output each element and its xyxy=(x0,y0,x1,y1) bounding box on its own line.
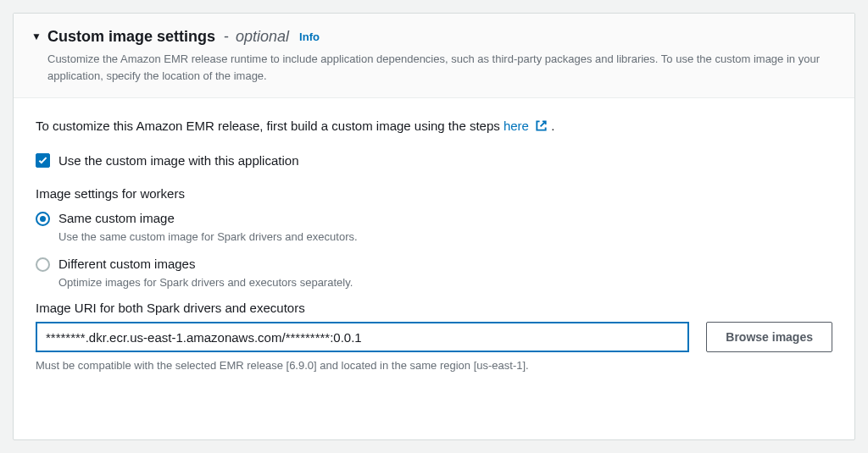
radio-different[interactable] xyxy=(36,257,50,272)
docs-link[interactable]: here xyxy=(504,119,551,133)
panel-body: To customize this Amazon EMR release, fi… xyxy=(14,98,854,439)
use-custom-image-label[interactable]: Use the custom image with this applicati… xyxy=(58,153,298,168)
instruction-suffix: . xyxy=(551,119,554,133)
panel-header: ▼ Custom image settings - optional Info … xyxy=(14,14,854,98)
workers-section-label: Image settings for workers xyxy=(36,186,832,201)
panel-title-dash: - xyxy=(224,28,229,46)
radio-different-desc: Optimize images for Spark drivers and ex… xyxy=(58,276,353,289)
build-image-instruction: To customize this Amazon EMR release, fi… xyxy=(36,117,832,135)
radio-different-option: Different custom images Optimize images … xyxy=(36,255,832,289)
instruction-prefix: To customize this Amazon EMR release, fi… xyxy=(36,119,504,133)
panel-title: Custom image settings xyxy=(47,28,215,46)
radio-same-option: Same custom image Use the same custom im… xyxy=(36,209,832,243)
radio-different-label[interactable]: Different custom images xyxy=(58,255,353,273)
radio-same-desc: Use the same custom image for Spark driv… xyxy=(58,230,358,243)
custom-image-settings-panel: ▼ Custom image settings - optional Info … xyxy=(13,13,855,440)
external-link-icon xyxy=(535,119,548,132)
image-uri-input[interactable] xyxy=(36,322,689,352)
use-custom-image-checkbox[interactable] xyxy=(36,153,50,168)
image-uri-row: Browse images xyxy=(36,322,832,352)
radio-same[interactable] xyxy=(36,212,50,226)
use-custom-image-row: Use the custom image with this applicati… xyxy=(36,153,832,168)
radio-same-label[interactable]: Same custom image xyxy=(58,209,358,227)
panel-title-optional: optional xyxy=(236,28,289,46)
browse-images-button[interactable]: Browse images xyxy=(706,322,832,352)
docs-link-text: here xyxy=(504,119,529,133)
info-link[interactable]: Info xyxy=(299,30,320,43)
image-uri-hint: Must be compatible with the selected EMR… xyxy=(36,359,832,372)
check-icon xyxy=(37,155,48,166)
collapse-toggle-icon[interactable]: ▼ xyxy=(31,30,42,42)
image-uri-label: Image URI for both Spark drivers and exe… xyxy=(36,301,832,315)
panel-title-row[interactable]: ▼ Custom image settings - optional Info xyxy=(31,28,837,46)
panel-description: Customize the Amazon EMR release runtime… xyxy=(31,51,837,84)
